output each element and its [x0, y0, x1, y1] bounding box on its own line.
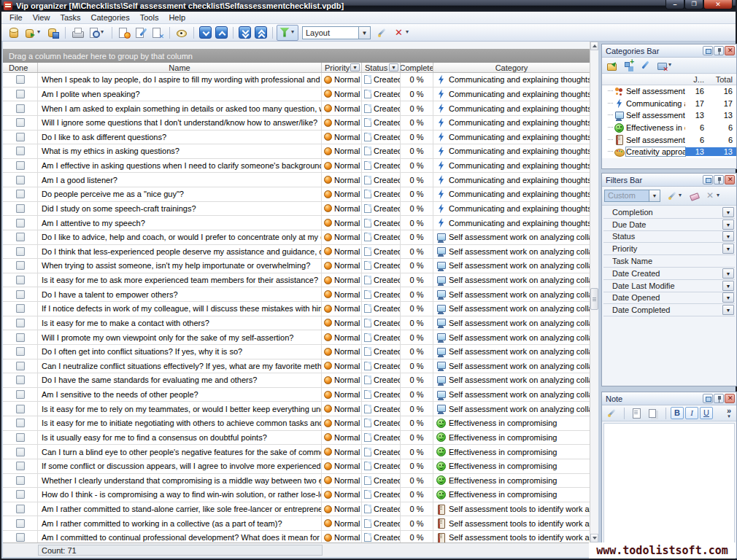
done-checkbox[interactable]: [16, 276, 25, 284]
table-row[interactable]: Am I effective in asking questions when …: [3, 159, 590, 174]
done-checkbox[interactable]: [16, 204, 25, 213]
done-checkbox[interactable]: [16, 176, 25, 184]
filter-row[interactable]: Date Created ▼: [603, 268, 735, 280]
cat-edit-icon[interactable]: [638, 58, 653, 73]
filter-row[interactable]: Date Last Modifie ▼: [603, 280, 735, 292]
table-row[interactable]: Am I sensitive to the needs of other peo…: [3, 388, 590, 402]
format-u-button[interactable]: U: [700, 407, 713, 419]
down-icon[interactable]: [198, 25, 213, 40]
menu-item[interactable]: View: [28, 12, 55, 23]
done-checkbox[interactable]: [16, 118, 25, 127]
done-checkbox[interactable]: [16, 333, 25, 342]
done-checkbox[interactable]: [16, 304, 25, 313]
done-checkbox[interactable]: [16, 533, 25, 542]
layout-combo[interactable]: Layout ▼: [302, 26, 371, 39]
filter-row[interactable]: Task Name ▼: [603, 255, 735, 268]
category-row[interactable]: Self assessment work or 13 13: [602, 109, 736, 122]
open-icon[interactable]: [23, 25, 45, 41]
done-checkbox[interactable]: [16, 161, 25, 170]
done-checkbox[interactable]: [16, 519, 25, 528]
done-checkbox[interactable]: [16, 347, 25, 356]
dropdown-caret-icon[interactable]: [37, 27, 43, 39]
done-checkbox[interactable]: [16, 147, 25, 155]
up-icon[interactable]: [214, 25, 229, 40]
menu-item[interactable]: Tasks: [55, 12, 85, 23]
format-b-button[interactable]: B: [671, 407, 684, 419]
dropdown-caret-icon[interactable]: [291, 27, 297, 39]
done-checkbox[interactable]: [16, 233, 25, 241]
restore-panel-icon[interactable]: [703, 175, 713, 184]
filter-dropdown-icon[interactable]: ▼: [722, 231, 734, 241]
close-panel-icon[interactable]: [725, 175, 735, 184]
table-row[interactable]: When I am asked to explain something in …: [3, 101, 590, 116]
cat-sub-icon[interactable]: [621, 58, 636, 73]
table-row[interactable]: If I notice defects in work of my collea…: [3, 302, 590, 316]
table-row[interactable]: Is it easy for me to initiate negotiatin…: [3, 416, 590, 431]
column-header-done[interactable]: Done: [3, 63, 38, 72]
done-checkbox[interactable]: [16, 462, 25, 470]
del-task-icon[interactable]: [150, 25, 166, 41]
table-row[interactable]: Do I have a talent to empower others? No…: [3, 287, 590, 302]
preview-icon[interactable]: [86, 25, 108, 41]
table-row[interactable]: Did I study on some speech-craft trainin…: [3, 202, 590, 217]
done-checkbox[interactable]: [16, 490, 25, 499]
priority-filter-icon[interactable]: ▼: [350, 63, 360, 71]
maximize-button[interactable]: [684, 0, 703, 9]
done-checkbox[interactable]: [16, 90, 25, 98]
done-checkbox[interactable]: [16, 390, 25, 399]
filter-row[interactable]: Status ▼: [603, 231, 735, 244]
menu-item[interactable]: Tools: [135, 12, 164, 23]
cat-del-icon[interactable]: [655, 58, 676, 73]
table-row[interactable]: Do I like to advice, help and coach, or …: [3, 230, 590, 245]
column-header-jan[interactable]: J...: [685, 75, 704, 84]
minimize-button[interactable]: [665, 0, 684, 9]
table-row[interactable]: Is it easy for me to make a contact with…: [3, 316, 590, 331]
table-row[interactable]: When trying to assist someone, isn't my …: [3, 259, 590, 273]
filter-dropdown-icon[interactable]: ▼: [722, 268, 734, 279]
column-header-total[interactable]: Total: [704, 75, 736, 84]
pages-icon[interactable]: [646, 405, 661, 421]
dropdown-caret-icon[interactable]: [668, 60, 674, 71]
done-checkbox[interactable]: [16, 104, 25, 113]
dropdown-caret-icon[interactable]: [101, 27, 107, 39]
column-header-status[interactable]: Status▼: [362, 63, 401, 72]
more-buttons-icon[interactable]: [724, 408, 734, 419]
done-checkbox[interactable]: [16, 133, 25, 141]
dup-icon[interactable]: [253, 25, 269, 40]
restore-panel-icon[interactable]: [703, 394, 713, 403]
scroll-down-icon[interactable]: [590, 534, 598, 542]
table-row[interactable]: Is it easy for me to ask more experience…: [3, 273, 590, 288]
vertical-scrollbar[interactable]: [590, 42, 598, 542]
eraser-icon[interactable]: [687, 188, 702, 203]
wand-icon[interactable]: [604, 405, 620, 421]
table-row[interactable]: Can I turn a blind eye to other people's…: [3, 445, 590, 459]
pin-panel-icon[interactable]: [714, 394, 724, 403]
category-row[interactable]: Self assessment tools to 6 6: [602, 133, 736, 146]
table-row[interactable]: Am I polite when speaking? Normal Create…: [3, 88, 590, 102]
table-row[interactable]: Am I committed to continual professional…: [3, 531, 590, 542]
table-row[interactable]: Am I rather committed to stand-alone car…: [3, 502, 590, 517]
filter-row[interactable]: Priority ▼: [603, 243, 735, 255]
table-row[interactable]: If some conflict or discussion appears, …: [3, 459, 590, 474]
category-row[interactable]: Communicating and expl 17 17: [602, 98, 736, 110]
filter-preset-value[interactable]: Custom: [604, 190, 649, 202]
table-row[interactable]: Do I like to ask different questions? No…: [3, 131, 590, 145]
filter-dropdown-icon[interactable]: ▼: [722, 281, 734, 291]
filter-row[interactable]: Date Opened ▼: [603, 292, 735, 305]
done-checkbox[interactable]: [16, 448, 25, 456]
new-task-icon[interactable]: [116, 25, 132, 41]
filter-row[interactable]: Due Date ▼: [603, 219, 735, 231]
filter-preset-combo[interactable]: Custom ▼: [604, 190, 660, 202]
done-checkbox[interactable]: [16, 261, 25, 270]
done-checkbox[interactable]: [16, 319, 25, 327]
scrollbar-thumb[interactable]: [590, 288, 598, 310]
menu-item[interactable]: Help: [163, 12, 190, 23]
group-by-bar[interactable]: Drag a column header here to group by th…: [3, 49, 590, 63]
done-checkbox[interactable]: [16, 505, 25, 513]
pin-panel-icon[interactable]: [714, 46, 724, 55]
filter-dropdown-icon[interactable]: ▼: [722, 292, 734, 303]
cat-new-icon[interactable]: [604, 58, 620, 73]
filter-preset-dropdown-icon[interactable]: ▼: [649, 190, 660, 202]
menu-item[interactable]: File: [4, 12, 28, 23]
table-row[interactable]: Whether I clearly understand that compro…: [3, 474, 590, 489]
